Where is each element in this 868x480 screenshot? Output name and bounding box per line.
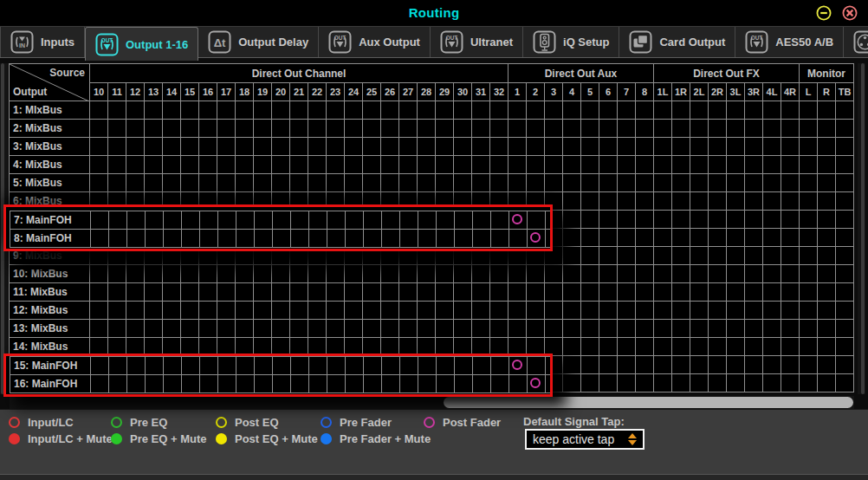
matrix-cell[interactable] [473,375,491,393]
matrix-cell[interactable] [618,374,636,392]
matrix-cell[interactable] [672,156,690,174]
matrix-cell[interactable] [437,375,455,393]
matrix-cell[interactable] [818,247,836,265]
matrix-cell[interactable] [781,265,800,283]
matrix-cell[interactable] [599,283,618,302]
matrix-cell[interactable] [418,265,436,283]
matrix-cell[interactable] [581,374,599,392]
matrix-cell[interactable] [672,247,690,265]
matrix-cell[interactable] [745,156,763,174]
matrix-cell[interactable] [254,302,272,320]
matrix-cell[interactable] [527,156,545,174]
matrix-cell[interactable] [781,338,800,356]
matrix-cell[interactable] [236,174,254,192]
matrix-cell[interactable] [781,192,800,211]
matrix-cell[interactable] [836,338,854,356]
matrix-cell[interactable] [163,174,181,192]
matrix-cell[interactable] [545,120,563,138]
minimize-button[interactable] [816,5,832,21]
matrix-cell[interactable] [181,156,199,174]
matrix-cell[interactable] [491,375,509,393]
matrix-cell[interactable] [745,265,763,283]
matrix-cell[interactable] [163,320,181,338]
matrix-cell[interactable] [145,120,163,138]
matrix-cell[interactable] [181,138,199,156]
matrix-cell[interactable] [236,120,254,138]
matrix-cell[interactable] [709,302,727,320]
matrix-cell[interactable] [836,156,854,174]
matrix-cell[interactable] [90,265,108,283]
matrix-cell[interactable] [217,156,236,174]
matrix-cell[interactable] [490,101,508,120]
tab-xlr-output[interactable]: XLR Output [844,27,868,57]
matrix-cell[interactable] [599,247,618,265]
matrix-cell[interactable] [108,265,126,283]
matrix-cell[interactable] [327,120,345,138]
matrix-cell[interactable] [309,357,327,375]
matrix-cell[interactable] [308,265,327,283]
matrix-cell[interactable] [527,320,545,338]
matrix-cell[interactable] [727,229,745,247]
matrix-cell[interactable] [90,120,108,138]
matrix-cell[interactable] [800,101,818,120]
matrix-cell[interactable] [563,192,581,211]
matrix-cell[interactable] [545,101,563,120]
matrix-cell[interactable] [145,283,163,302]
matrix-cell[interactable] [290,156,308,174]
matrix-cell[interactable] [399,174,418,192]
matrix-cell[interactable] [709,265,727,283]
matrix-cell[interactable] [836,174,854,192]
matrix-cell[interactable] [709,156,727,174]
matrix-cell[interactable] [654,192,672,211]
matrix-cell[interactable] [763,211,781,229]
matrix-cell[interactable] [690,265,709,283]
matrix-cell[interactable] [709,229,727,247]
matrix-cell[interactable] [745,356,763,374]
matrix-cell[interactable] [346,375,364,393]
matrix-cell[interactable] [236,283,254,302]
matrix-cell[interactable] [599,302,618,320]
matrix-cell[interactable] [800,156,818,174]
matrix-cell[interactable] [382,375,400,393]
matrix-cell[interactable] [636,120,654,138]
matrix-cell[interactable] [290,265,308,283]
matrix-cell[interactable] [436,320,454,338]
matrix-cell[interactable] [308,320,327,338]
matrix-cell[interactable] [709,174,727,192]
matrix-cell[interactable] [818,283,836,302]
matrix-cell[interactable] [126,101,145,120]
matrix-cell[interactable] [800,247,818,265]
matrix-cell[interactable] [745,120,763,138]
matrix-cell[interactable] [763,120,781,138]
matrix-cell[interactable] [563,229,581,247]
matrix-cell[interactable] [327,230,346,248]
matrix-cell[interactable] [146,230,164,248]
matrix-cell[interactable] [454,265,472,283]
matrix-cell[interactable] [545,138,563,156]
matrix-cell[interactable] [218,357,236,375]
matrix-cell[interactable] [800,174,818,192]
matrix-cell[interactable] [126,265,145,283]
matrix-cell[interactable] [800,120,818,138]
matrix-cell[interactable] [491,230,509,248]
matrix-cell[interactable] [654,174,672,192]
matrix-cell[interactable] [800,356,818,374]
matrix-cell[interactable] [618,229,636,247]
matrix-cell[interactable] [690,192,709,211]
matrix-cell[interactable] [636,247,654,265]
matrix-cell[interactable] [217,283,236,302]
matrix-cell[interactable] [217,320,236,338]
matrix-cell[interactable] [127,230,146,248]
matrix-cell[interactable] [254,283,272,302]
matrix-cell[interactable] [381,302,399,320]
matrix-cell[interactable] [399,138,418,156]
matrix-cell[interactable] [272,265,290,283]
matrix-cell[interactable] [327,211,346,230]
matrix-cell[interactable] [727,338,745,356]
matrix-cell[interactable] [236,320,254,338]
matrix-cell[interactable] [800,302,818,320]
matrix-cell[interactable] [381,320,399,338]
matrix-cell[interactable] [273,357,291,375]
matrix-cell[interactable] [745,247,763,265]
matrix-cell[interactable] [636,338,654,356]
